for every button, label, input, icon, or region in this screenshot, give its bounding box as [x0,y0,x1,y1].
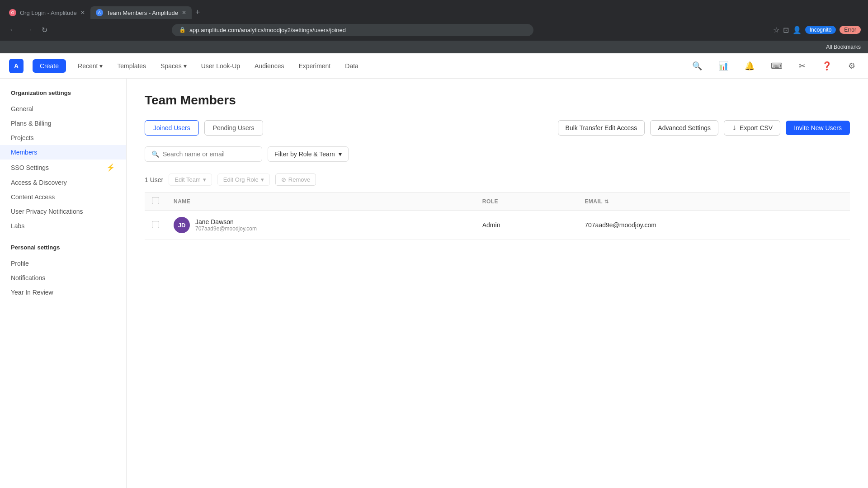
search-icon: 🔍 [151,150,159,158]
bulk-transfer-button[interactable]: Bulk Transfer Edit Access [558,120,645,136]
col-header-role: ROLE [475,192,578,211]
app-logo[interactable]: A [9,59,24,73]
sidebar-item-privacy-notifications[interactable]: User Privacy Notifications [0,204,126,219]
pending-users-tab[interactable]: Pending Users [204,120,263,136]
user-count: 1 User [145,176,163,183]
nav-user-lookup[interactable]: User Look-Up [198,61,243,71]
error-badge[interactable]: Error [840,26,861,34]
filter-row: 🔍 Filter by Role & Team ▾ [145,146,850,162]
col-header-name: NAME [166,192,475,211]
sidebar-item-notifications[interactable]: Notifications [0,271,126,285]
sidebar-item-general-label: General [11,105,33,113]
sidebar-item-sso-label: SSO Settings [11,164,49,171]
sidebar-item-content-access-label: Content Access [11,193,55,201]
sidebar-item-labs-label: Labs [11,222,24,230]
sidebar-item-billing-label: Plans & Billing [11,120,52,127]
incognito-badge: Incognito [805,26,836,34]
user-avatar-0: JD [174,217,190,233]
col-header-email[interactable]: EMAIL ⇅ [577,192,850,211]
export-icon: ⤓ [731,124,737,131]
sidebar-item-year-in-review-label: Year In Review [11,289,53,296]
sidebar-item-content-access[interactable]: Content Access [0,190,126,204]
main-content: Team Members Joined Users Pending Users … [127,79,868,488]
settings-icon-btn[interactable]: ⚙ [844,59,859,73]
url-bar[interactable]: 🔒 app.amplitude.com/analytics/moodjoy2/s… [172,24,533,36]
app: A Create Recent ▾ Templates Spaces ▾ Use… [0,53,868,488]
tab-2-close[interactable]: ✕ [182,9,186,16]
advanced-settings-button[interactable]: Advanced Settings [650,120,718,136]
user-info-0: JD Jane Dawson 707aad9e@moodjoy.com [174,217,468,233]
nav-data[interactable]: Data [342,61,361,71]
row-checkbox-0[interactable] [152,221,159,228]
nav-experiment[interactable]: Experiment [296,61,333,71]
remove-button[interactable]: ⊘ Remove [275,174,316,186]
nav-templates[interactable]: Templates [114,61,149,71]
create-button[interactable]: Create [33,59,66,73]
tab-1-close[interactable]: ✕ [80,9,85,16]
sso-settings-icon: ⚡ [106,163,115,172]
star-icon[interactable]: ☆ [773,26,779,34]
select-all-checkbox[interactable] [152,197,159,204]
user-name-0: Jane Dawson [195,218,257,225]
new-tab-button[interactable]: + [192,6,204,19]
tab-1[interactable]: O Org Login - Amplitude ✕ [4,6,90,19]
table-header: NAME ROLE EMAIL ⇅ [145,192,850,211]
search-box[interactable]: 🔍 [145,146,262,162]
profile-icon[interactable]: 👤 [793,26,802,34]
bookmarks-label: All Bookmarks [826,44,861,50]
forward-button[interactable]: → [24,24,34,36]
browser-chrome: O Org Login - Amplitude ✕ A Team Members… [0,0,868,53]
address-bar: ← → ↻ 🔒 app.amplitude.com/analytics/mood… [0,19,868,41]
shortcuts-icon-btn[interactable]: ⌨ [767,59,786,73]
integration-icon-btn[interactable]: ✂ [795,59,809,73]
sidebar-item-members-label: Members [11,149,37,156]
top-nav: A Create Recent ▾ Templates Spaces ▾ Use… [0,53,868,79]
sidebar-item-access-discovery[interactable]: Access & Discovery [0,175,126,190]
user-email-0: 707aad9e@moodjoy.com [585,221,656,229]
sidebar-item-profile[interactable]: Profile [0,256,126,271]
split-view-icon[interactable]: ⊡ [783,26,789,34]
nav-audiences[interactable]: Audiences [252,61,287,71]
back-button[interactable]: ← [7,24,18,36]
sidebar-item-sso[interactable]: SSO Settings ⚡ [0,160,126,175]
page-title: Team Members [145,93,850,108]
sidebar-item-year-in-review[interactable]: Year In Review [0,285,126,300]
sidebar-item-labs[interactable]: Labs [0,219,126,233]
export-csv-button[interactable]: ⤓ Export CSV [724,120,780,136]
filter-role-team-button[interactable]: Filter by Role & Team ▾ [268,146,349,162]
edit-team-button[interactable]: Edit Team ▾ [169,174,212,186]
help-icon-btn[interactable]: ❓ [818,59,835,73]
edit-org-role-label: Edit Org Role [223,176,259,183]
invite-new-users-button[interactable]: Invite New Users [786,121,850,135]
sidebar-item-privacy-notifications-label: User Privacy Notifications [11,208,83,215]
toolbar: Joined Users Pending Users Bulk Transfer… [145,120,850,136]
table-controls: 1 User Edit Team ▾ Edit Org Role ▾ ⊘ Rem… [145,169,850,190]
sidebar-item-members[interactable]: Members [0,145,126,160]
joined-users-tab[interactable]: Joined Users [145,120,199,136]
tab-2-favicon: A [96,9,103,16]
tab-2-label: Team Members - Amplitude [107,9,178,16]
search-icon-btn[interactable]: 🔍 [689,59,706,73]
reload-button[interactable]: ↻ [40,24,49,36]
nav-spaces[interactable]: Spaces ▾ [158,61,189,71]
filter-chevron-icon: ▾ [339,150,342,158]
activity-icon-btn[interactable]: 📊 [715,59,732,73]
edit-team-label: Edit Team [175,176,201,183]
edit-org-role-button[interactable]: Edit Org Role ▾ [217,174,270,186]
members-table: NAME ROLE EMAIL ⇅ [145,192,850,240]
sidebar-item-billing[interactable]: Plans & Billing [0,116,126,131]
org-section-title: Organization settings [0,89,126,102]
sidebar-item-projects[interactable]: Projects [0,131,126,145]
search-input[interactable] [163,150,253,158]
bell-icon-btn[interactable]: 🔔 [741,59,758,73]
sidebar-item-general[interactable]: General [0,102,126,116]
edit-org-role-chevron-icon: ▾ [261,176,264,183]
user-sub-email-0: 707aad9e@moodjoy.com [195,225,257,232]
sidebar-item-notifications-label: Notifications [11,274,45,282]
table-row: JD Jane Dawson 707aad9e@moodjoy.com Admi… [145,211,850,240]
lock-icon: 🔒 [179,27,186,33]
tab-2[interactable]: A Team Members - Amplitude ✕ [90,6,192,19]
email-sort-icon[interactable]: ⇅ [604,199,609,204]
sidebar-item-profile-label: Profile [11,260,29,267]
nav-recent[interactable]: Recent ▾ [75,61,105,71]
